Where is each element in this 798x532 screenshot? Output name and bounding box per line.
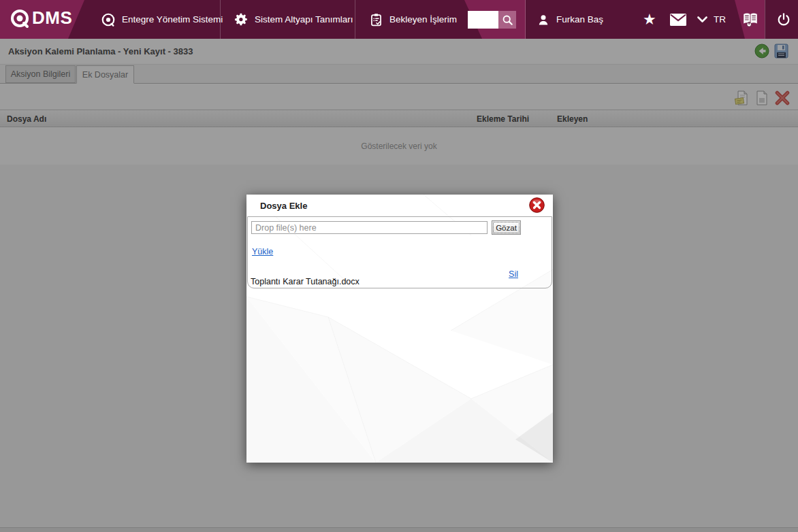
dialog-title: Dosya Ekle bbox=[260, 201, 307, 211]
search-button[interactable] bbox=[498, 11, 516, 29]
upload-box: Gözat Yükle Sil Toplantı Karar Tutanağı.… bbox=[247, 216, 552, 288]
file-drop-input[interactable] bbox=[251, 221, 488, 234]
top-nav: DMS Entegre Yönetim Sistemi Sistem Altya… bbox=[0, 0, 798, 39]
nav-item-label: Sistem Altyapı Tanımları bbox=[255, 14, 353, 24]
mail-icon bbox=[669, 13, 687, 27]
nav-divider bbox=[355, 0, 355, 39]
nav-item-entegre-yonetim-sistemi[interactable]: Entegre Yönetim Sistemi bbox=[101, 0, 223, 39]
nav-item-label: Entegre Yönetim Sistemi bbox=[122, 14, 223, 24]
nav-item-sistem-altyapi-tanimlari[interactable]: Sistem Altyapı Tanımları bbox=[234, 0, 353, 39]
nav-item-bekleyen-islerim[interactable]: Bekleyen İşlerim bbox=[369, 0, 457, 39]
messages-button[interactable] bbox=[669, 0, 687, 39]
favorites-button[interactable]: ★ bbox=[643, 0, 656, 39]
search-input[interactable] bbox=[468, 11, 498, 29]
integrated-system-icon bbox=[101, 12, 116, 27]
person-icon bbox=[537, 13, 550, 27]
upload-link[interactable]: Yükle bbox=[252, 247, 273, 256]
clipboard-icon bbox=[369, 12, 383, 27]
qdms-logo[interactable]: DMS bbox=[10, 7, 72, 29]
close-button[interactable] bbox=[529, 197, 545, 213]
uploaded-file-name: Toplantı Karar Tutanağı.docx bbox=[251, 277, 360, 286]
language-label: TR bbox=[714, 14, 726, 24]
user-manual-button[interactable] bbox=[741, 0, 759, 39]
logout-button[interactable] bbox=[776, 0, 791, 39]
user-menu[interactable]: Furkan Baş bbox=[537, 0, 603, 39]
nav-divider bbox=[525, 0, 526, 39]
manual-book-icon bbox=[741, 11, 759, 29]
user-name: Furkan Baş bbox=[556, 14, 603, 24]
dosya-ekle-dialog: Dosya Ekle Gözat Yükle Sil Toplantı Kara… bbox=[246, 195, 553, 463]
star-icon: ★ bbox=[643, 11, 656, 29]
close-x-icon bbox=[529, 205, 545, 215]
search-icon bbox=[502, 14, 513, 26]
gear-icon bbox=[234, 12, 249, 27]
power-icon bbox=[776, 12, 791, 27]
delete-link[interactable]: Sil bbox=[509, 269, 518, 279]
browse-button[interactable]: Gözat bbox=[492, 220, 521, 235]
qdms-logo-icon bbox=[10, 8, 30, 29]
chevron-down-icon bbox=[697, 16, 707, 23]
logo-text: DMS bbox=[32, 7, 72, 29]
nav-divider bbox=[765, 0, 765, 39]
nav-item-label: Bekleyen İşlerim bbox=[389, 14, 457, 24]
language-dropdown[interactable]: TR bbox=[697, 0, 726, 39]
